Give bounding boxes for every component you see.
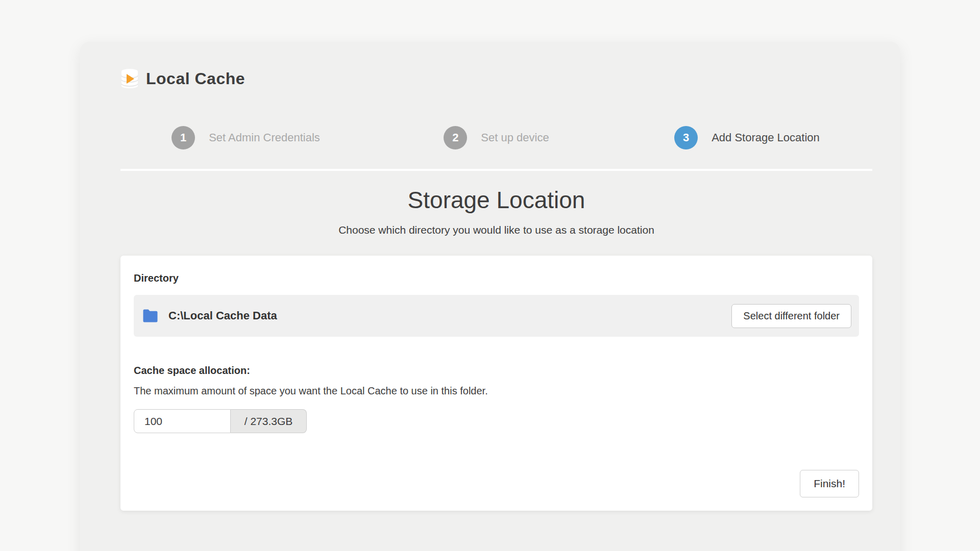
directory-heading: Directory <box>134 272 859 284</box>
stepper: 1 Set Admin Credentials 2 Set up device … <box>120 126 872 149</box>
finish-button[interactable]: Finish! <box>800 470 859 497</box>
step-2-label: Set up device <box>481 131 549 144</box>
cache-allocation-section: Cache space allocation: The maximum amou… <box>134 365 859 433</box>
app-title: Local Cache <box>146 69 245 88</box>
disk-capacity-suffix: / 273.3GB <box>231 409 307 433</box>
wizard-content: Local Cache 1 Set Admin Credentials 2 Se… <box>120 42 872 511</box>
page-subtitle: Choose which directory you would like to… <box>120 224 872 236</box>
folder-icon <box>142 309 158 322</box>
cache-allocation-heading: Cache space allocation: <box>134 365 859 377</box>
step-3-label: Add Storage Location <box>712 131 820 144</box>
stepper-divider <box>120 169 872 171</box>
app-logo: Local Cache <box>120 42 872 89</box>
step-add-storage-location: 3 Add Storage Location <box>622 126 872 149</box>
local-cache-logo-icon <box>120 68 139 89</box>
step-2-circle: 2 <box>444 126 467 149</box>
storage-location-card: Directory C:\Local Cache Data Select dif… <box>120 256 872 511</box>
cache-size-input[interactable] <box>134 409 231 433</box>
step-3-circle: 3 <box>674 126 698 149</box>
select-different-folder-button[interactable]: Select different folder <box>731 304 851 328</box>
cache-size-input-group: / 273.3GB <box>134 409 307 433</box>
step-set-up-device: 2 Set up device <box>371 126 622 149</box>
page-title: Storage Location <box>120 186 872 214</box>
step-1-circle: 1 <box>172 126 195 149</box>
directory-path: C:\Local Cache Data <box>168 309 277 322</box>
cache-allocation-description: The maximum amount of space you want the… <box>134 385 859 397</box>
step-1-label: Set Admin Credentials <box>209 131 320 144</box>
step-set-admin-credentials: 1 Set Admin Credentials <box>120 126 371 149</box>
directory-row: C:\Local Cache Data Select different fol… <box>134 295 859 337</box>
wizard-container: Local Cache 1 Set Admin Credentials 2 Se… <box>80 42 900 551</box>
